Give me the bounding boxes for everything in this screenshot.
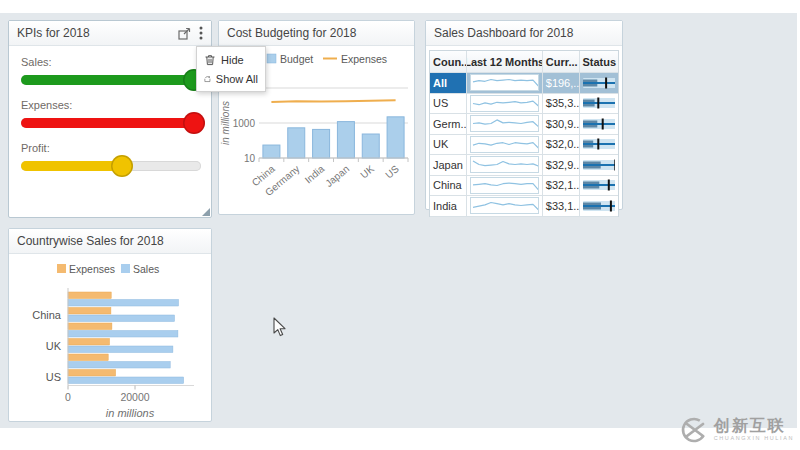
sparkline-chart (470, 197, 539, 214)
resize-handle[interactable] (202, 208, 210, 216)
sparkline-chart (470, 74, 539, 91)
menu-item-label: Hide (221, 54, 244, 66)
sparkline-cell (467, 73, 543, 93)
svg-text:UK: UK (358, 163, 376, 181)
sparkline-chart (470, 156, 539, 173)
value-cell: $33,1... (543, 196, 581, 216)
watermark-logo-icon (679, 415, 709, 445)
table-row[interactable]: Germ...$30,9... (430, 114, 618, 135)
kpi-slider-handle[interactable] (111, 155, 133, 177)
value-cell: $32,1... (543, 176, 581, 196)
table-row[interactable]: China$32,1... (430, 176, 618, 197)
value-cell: $35,3... (543, 94, 581, 114)
kpi-slider-fill (21, 118, 194, 128)
menu-item-show-all[interactable]: Show All (197, 69, 265, 88)
column-header[interactable]: Curr... (543, 51, 581, 72)
country-cell: UK (430, 135, 467, 155)
svg-text:Budget: Budget (280, 53, 313, 65)
svg-text:UK: UK (46, 340, 62, 352)
column-header[interactable]: Status (580, 51, 618, 72)
country-cell: Japan (430, 155, 467, 175)
bullet-chart (583, 77, 615, 89)
value-cell: $30,9... (543, 114, 581, 134)
kpi-slider-track[interactable] (21, 118, 201, 128)
sparkline-chart (470, 136, 539, 153)
sparkline-chart (470, 95, 539, 112)
status-cell (580, 73, 618, 93)
status-cell (580, 176, 618, 196)
svg-text:1000: 1000 (233, 118, 256, 129)
svg-text:China: China (32, 309, 62, 321)
svg-text:India: India (303, 163, 327, 186)
svg-text:Japan: Japan (323, 163, 351, 189)
status-cell (580, 135, 618, 155)
svg-text:US: US (383, 163, 401, 181)
status-cell (580, 196, 618, 216)
panel-country-header: Countrywise Sales for 2018 (9, 229, 211, 254)
show-all-icon (204, 73, 211, 85)
maximize-icon[interactable] (178, 27, 191, 40)
kpi-slider-list: Sales:Expenses:Profit: (9, 46, 211, 171)
country-cell: All (430, 73, 467, 93)
kpi-slider-label: Expenses: (21, 99, 199, 111)
panel-title: KPIs for 2018 (17, 21, 178, 45)
bullet-chart (583, 200, 615, 212)
bullet-chart (583, 118, 615, 130)
panel-sales-dashboard: Sales Dashboard for 2018 Coun...Last 12 … (425, 20, 623, 210)
trash-icon (204, 54, 216, 66)
kpi-slider-track[interactable] (21, 75, 201, 85)
watermark: 创新互联 CHUANGXIN HULIAN (679, 415, 794, 445)
country-cell: China (430, 176, 467, 196)
dashboard-surface: KPIs for 2018 Sales:Expenses:Profit: Cos… (0, 13, 797, 428)
bullet-chart (583, 179, 615, 191)
kpi-slider-row: Profit: (21, 142, 199, 171)
menu-item-hide[interactable]: Hide (197, 50, 265, 69)
panel-title: Countrywise Sales for 2018 (17, 229, 203, 253)
panel-title: Cost Budgeting for 2018 (227, 21, 406, 45)
watermark-en-text: CHUANGXIN HULIAN (714, 436, 794, 442)
svg-text:Expenses: Expenses (341, 53, 387, 65)
country-cell: Germ... (430, 114, 467, 134)
kpi-slider-label: Sales: (21, 56, 199, 68)
countrywise-sales-chart: ExpensesSalesChinaUKUS020000in millions (9, 254, 211, 424)
sparkline-cell (467, 135, 543, 155)
bullet-chart (583, 97, 615, 109)
panel-title: Sales Dashboard for 2018 (434, 21, 614, 45)
svg-text:20000: 20000 (120, 391, 149, 403)
panel-kpis: KPIs for 2018 Sales:Expenses:Profit: (8, 20, 212, 218)
svg-text:US: US (46, 371, 61, 383)
sparkline-chart (470, 177, 539, 194)
kpi-slider-fill (21, 161, 122, 171)
panel-countrywise-sales: Countrywise Sales for 2018 ExpensesSales… (8, 228, 212, 422)
value-cell: $32,9... (543, 155, 581, 175)
table-row[interactable]: India$33,1... (430, 196, 618, 217)
status-cell (580, 155, 618, 175)
sparkline-chart (470, 115, 539, 132)
svg-text:Expenses: Expenses (69, 263, 115, 275)
sparkline-cell (467, 114, 543, 134)
column-header[interactable]: Coun... (430, 51, 467, 72)
bullet-chart (583, 138, 615, 150)
table-row[interactable]: US$35,3... (430, 94, 618, 115)
country-cell: India (430, 196, 467, 216)
sparkline-cell (467, 196, 543, 216)
table-row[interactable]: Japan$32,9... (430, 155, 618, 176)
panel-kpis-header: KPIs for 2018 (9, 21, 211, 46)
kpi-slider-fill (21, 75, 194, 85)
menu-item-label: Show All (216, 73, 258, 85)
kebab-menu-icon[interactable] (199, 26, 203, 40)
table-row[interactable]: UK$32,0... (430, 135, 618, 156)
sparkline-cell (467, 155, 543, 175)
column-header[interactable]: Last 12 Months (467, 51, 543, 72)
context-menu: Hide Show All (196, 46, 266, 92)
watermark-cn-text: 创新互联 (714, 418, 794, 434)
value-cell: $196,... (543, 73, 581, 93)
svg-text:0: 0 (65, 391, 71, 403)
kpi-slider-handle[interactable] (183, 112, 205, 134)
kpi-slider-track[interactable] (21, 161, 201, 171)
svg-text:Sales: Sales (133, 263, 159, 275)
table-row[interactable]: All$196,... (430, 73, 618, 94)
kpi-slider-row: Sales: (21, 56, 199, 85)
panel-sales-header: Sales Dashboard for 2018 (426, 21, 622, 46)
sparkline-cell (467, 176, 543, 196)
